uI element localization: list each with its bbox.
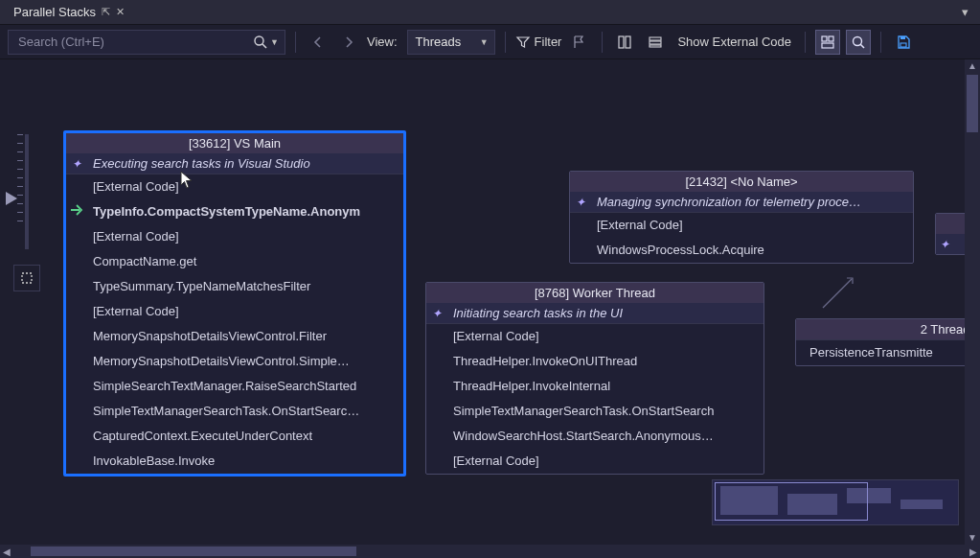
stack-frame[interactable]: TypeSummary.TypeNameMatchesFilter [66,274,403,299]
flag-button[interactable] [567,30,592,55]
chevron-down-icon: ▼ [480,37,489,47]
stack-frame[interactable]: [External Code] [66,224,403,249]
stack-frame[interactable]: SimpleTextManagerSearchTask.OnStartSearc… [66,399,403,424]
scroll-right-icon[interactable]: ▶ [967,546,980,557]
filter-button[interactable]: Filter [515,35,562,50]
stack-frame[interactable]: [External Code] [66,174,403,199]
stack-frame[interactable]: PersistenceTransmitte [796,339,980,365]
close-icon[interactable]: ✕ [116,6,125,18]
thread-box-two-threads[interactable]: 2 Threads PersistenceTransmitte [795,318,980,366]
thread-description: ✦ Executing search tasks in Visual Studi… [66,153,403,174]
window-options-dropdown-icon[interactable]: ▾ [962,5,969,19]
zoom-to-fit-button[interactable] [13,265,40,291]
zoom-slider[interactable] [19,134,34,249]
save-button[interactable] [891,30,916,55]
thread-box-worker[interactable]: [8768] Worker Thread ✦ Initiating search… [425,282,764,475]
thread-header: [8768] Worker Thread [426,283,763,303]
stacks-canvas[interactable]: [33612] VS Main ✦ Executing search tasks… [0,59,980,545]
filter-label: Filter [535,35,562,49]
pin-icon[interactable]: ⇱ [102,6,110,18]
stack-frame[interactable]: ThreadHelper.InvokeInternal [426,374,763,399]
stack-frame[interactable]: MemorySnapshotDetailsViewControl.Simple… [66,349,403,374]
svg-rect-7 [822,36,827,41]
svg-rect-3 [626,36,630,48]
svg-rect-6 [650,45,661,47]
current-frame-arrow-icon [70,203,85,222]
thread-box-no-name[interactable]: [21432] <No Name> ✦ Managing synchroniza… [569,171,914,264]
minimap-block [900,500,943,509]
vertical-scrollbar[interactable]: ▲ ▼ [965,59,980,545]
svg-line-11 [860,44,864,48]
stack-frame[interactable]: SimpleTextManagerSearchTask.OnStartSearc… [426,399,763,424]
show-external-code-button[interactable]: Show External Code [673,35,795,49]
svg-rect-8 [829,36,833,41]
scroll-down-icon[interactable]: ▼ [968,531,977,545]
toolbar: ▼ View: Threads ▼ Filter Show External C… [0,25,980,59]
window-title: Parallel Stacks [13,5,96,19]
view-select[interactable]: Threads ▼ [407,30,495,55]
nav-forward-button[interactable] [336,30,361,55]
view-label: View: [367,35,398,49]
svg-point-0 [255,36,263,45]
stack-frame[interactable]: WindowsProcessLock.Acquire [570,238,913,263]
stack-frame[interactable]: [External Code] [66,299,403,324]
search-icon[interactable]: ▼ [253,35,279,50]
svg-rect-12 [900,43,906,47]
thread-header: 2 Threads [796,319,980,339]
scroll-up-icon[interactable]: ▲ [968,59,977,73]
show-external-code-label: Show External Code [677,35,791,49]
thread-description: ✦ Initiating search tasks in the UI [426,303,763,323]
svg-line-1 [262,44,266,48]
ai-spark-icon: ✦ [940,238,949,251]
stack-frame[interactable]: CompactName.get [66,249,403,274]
connector-line [818,274,856,313]
minimap-viewport[interactable] [715,482,868,521]
stack-view-button[interactable] [643,30,668,55]
stack-frame[interactable]: [External Code] [570,212,913,238]
stack-frame[interactable]: ThreadHelper.InvokeOnUIThread [426,349,763,374]
stack-frame[interactable]: CapturedContext.ExecuteUnderContext [66,424,403,449]
svg-rect-14 [22,273,32,283]
tab-parallel-stacks[interactable]: Parallel Stacks ⇱ ✕ [8,0,130,24]
stack-frame[interactable]: [External Code] [426,323,763,349]
ai-spark-icon: ✦ [576,196,585,209]
zoom-slider-thumb[interactable] [6,192,17,205]
svg-rect-9 [822,43,833,48]
scrollbar-thumb[interactable] [31,546,356,556]
stack-frame[interactable]: MemorySnapshotDetailsViewControl.Filter [66,324,403,349]
thread-box-vs-main[interactable]: [33612] VS Main ✦ Executing search tasks… [63,130,406,477]
layout-mode-button-2[interactable] [846,30,871,55]
ai-spark-icon: ✦ [72,157,81,171]
thread-header: [33612] VS Main [66,133,403,153]
thread-header: [21432] <No Name> [570,172,913,192]
view-select-value: Threads [416,35,462,49]
svg-rect-5 [650,41,661,44]
nav-back-button[interactable] [306,30,330,55]
horizontal-scrollbar[interactable]: ◀ ▶ [0,545,980,558]
stack-frame[interactable]: [External Code] [426,449,763,474]
svg-rect-4 [650,37,661,40]
search-box[interactable]: ▼ [8,30,285,55]
titlebar: Parallel Stacks ⇱ ✕ ▾ [0,0,980,25]
svg-rect-13 [900,36,905,39]
scroll-left-icon[interactable]: ◀ [0,546,13,557]
scrollbar-thumb[interactable] [967,75,978,132]
layout-mode-button-1[interactable] [815,30,840,55]
thread-description: ✦ Managing synchronization for telemetry… [570,192,913,212]
svg-rect-2 [619,36,624,48]
save-icon [896,35,911,50]
stack-frame-current[interactable]: TypeInfo.CompactSystemTypeName.Anonym [66,199,403,224]
minimap[interactable] [712,479,959,525]
stack-frame[interactable]: SimpleSearchTextManager.RaiseSearchStart… [66,374,403,399]
search-input[interactable] [18,35,253,49]
stack-frame[interactable]: WindowSearchHost.StartSearch.Anonymous… [426,424,763,449]
search-dropdown-icon[interactable]: ▼ [270,37,279,47]
ai-spark-icon: ✦ [432,307,442,320]
stack-frame[interactable]: InvokableBase.Invoke [66,449,403,474]
frames-toggle-button[interactable] [612,30,637,55]
filter-icon [515,35,531,50]
